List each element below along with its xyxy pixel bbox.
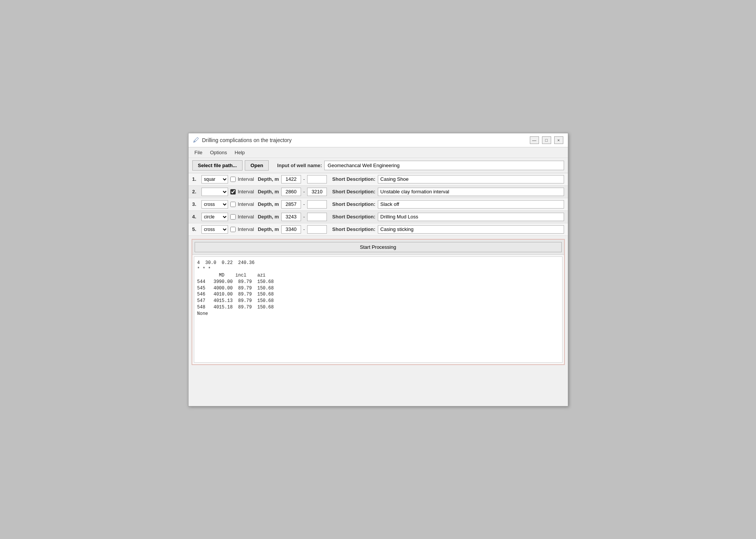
shape-select-5[interactable]: cross squar circle triangle <box>201 225 228 234</box>
interval-checkbox-4[interactable] <box>230 214 236 220</box>
row-num-5: 5. <box>192 226 199 232</box>
shape-select-1[interactable]: squar cross circle triangle <box>201 175 228 183</box>
minimize-button[interactable]: — <box>530 136 539 144</box>
depth-to-3[interactable] <box>307 200 327 209</box>
desc-input-5[interactable] <box>378 225 564 234</box>
row-num-3: 3. <box>192 201 199 207</box>
depth-label-3: Depth, m <box>258 201 279 207</box>
app-icon: 🖊 <box>193 137 199 144</box>
data-row-5: 5. cross squar circle triangle Interval … <box>189 223 568 236</box>
short-desc-label-5: Short Description: <box>332 226 375 232</box>
interval-checkbox-1[interactable] <box>230 177 236 182</box>
desc-input-3[interactable] <box>378 200 564 209</box>
interval-label-5: Interval <box>238 226 254 232</box>
depth-from-3[interactable] <box>281 200 301 209</box>
depth-to-4[interactable] <box>307 213 327 221</box>
processing-section: Start Processing 4 30.0 0.22 240.36 * * … <box>192 239 565 365</box>
interval-label-3: Interval <box>238 201 254 207</box>
output-area: 4 30.0 0.22 240.36 * * * MD incl azi 544… <box>194 256 563 363</box>
depth-to-1[interactable] <box>307 175 327 183</box>
start-processing-button[interactable]: Start Processing <box>195 242 562 252</box>
desc-input-2[interactable] <box>378 188 564 196</box>
checkbox-wrap-1 <box>230 177 236 182</box>
data-row-4: 4. circle squar cross triangle Interval … <box>189 211 568 223</box>
depth-to-2[interactable] <box>307 188 327 196</box>
menu-bar: File Options Help <box>189 147 568 158</box>
depth-label-5: Depth, m <box>258 226 279 232</box>
shape-select-4[interactable]: circle squar cross triangle <box>201 213 228 221</box>
select-file-button[interactable]: Select file path... <box>192 160 243 171</box>
short-desc-label-1: Short Description: <box>332 176 375 182</box>
well-name-input[interactable] <box>324 161 564 170</box>
rows-container: 1. squar cross circle triangle Interval … <box>189 173 568 236</box>
data-row-1: 1. squar cross circle triangle Interval … <box>189 173 568 186</box>
dash-2: - <box>303 189 305 194</box>
interval-checkbox-5[interactable] <box>230 227 236 232</box>
menu-file[interactable]: File <box>192 149 206 156</box>
interval-checkbox-2[interactable] <box>230 189 236 194</box>
toolbar: Select file path... Open Input of well n… <box>189 158 568 173</box>
checkbox-wrap-4 <box>230 214 236 220</box>
shape-select-2[interactable]: squar cross circle triangle <box>201 188 228 196</box>
main-window: 🖊 Drilling complications on the trajecto… <box>188 133 568 406</box>
interval-label-1: Interval <box>238 176 254 182</box>
close-button[interactable]: × <box>554 136 563 144</box>
depth-from-5[interactable] <box>281 225 301 234</box>
dash-4: - <box>303 214 305 220</box>
depth-from-1[interactable] <box>281 175 301 183</box>
dash-5: - <box>303 226 305 232</box>
menu-help[interactable]: Help <box>231 149 248 156</box>
shape-select-3[interactable]: cross squar circle triangle <box>201 200 228 209</box>
dash-3: - <box>303 201 305 207</box>
open-button[interactable]: Open <box>245 160 269 171</box>
title-bar: 🖊 Drilling complications on the trajecto… <box>189 133 568 147</box>
short-desc-label-3: Short Description: <box>332 201 375 207</box>
depth-from-4[interactable] <box>281 213 301 221</box>
depth-from-2[interactable] <box>281 188 301 196</box>
maximize-button[interactable]: □ <box>542 136 551 144</box>
title-bar-left: 🖊 Drilling complications on the trajecto… <box>193 137 292 144</box>
checkbox-wrap-2 <box>230 189 236 194</box>
desc-input-4[interactable] <box>378 213 564 221</box>
interval-label-2: Interval <box>238 189 254 194</box>
processing-header: Start Processing <box>192 240 564 255</box>
data-row-3: 3. cross squar circle triangle Interval … <box>189 198 568 211</box>
interval-checkbox-3[interactable] <box>230 202 236 207</box>
window-title: Drilling complications on the trajectory <box>202 137 292 143</box>
depth-to-5[interactable] <box>307 225 327 234</box>
desc-input-1[interactable] <box>378 175 564 183</box>
row-num-1: 1. <box>192 176 199 182</box>
title-bar-controls: — □ × <box>530 136 563 144</box>
depth-label-1: Depth, m <box>258 176 279 182</box>
short-desc-label-4: Short Description: <box>332 214 375 220</box>
dash-1: - <box>303 176 305 182</box>
menu-options[interactable]: Options <box>207 149 230 156</box>
depth-label-4: Depth, m <box>258 214 279 220</box>
row-num-2: 2. <box>192 189 199 194</box>
checkbox-wrap-3 <box>230 202 236 207</box>
checkbox-wrap-5 <box>230 227 236 232</box>
well-name-label: Input of well name: <box>277 163 322 168</box>
interval-label-4: Interval <box>238 214 254 220</box>
depth-label-2: Depth, m <box>258 189 279 194</box>
short-desc-label-2: Short Description: <box>332 189 375 194</box>
data-row-2: 2. squar cross circle triangle Interval … <box>189 186 568 198</box>
row-num-4: 4. <box>192 214 199 220</box>
